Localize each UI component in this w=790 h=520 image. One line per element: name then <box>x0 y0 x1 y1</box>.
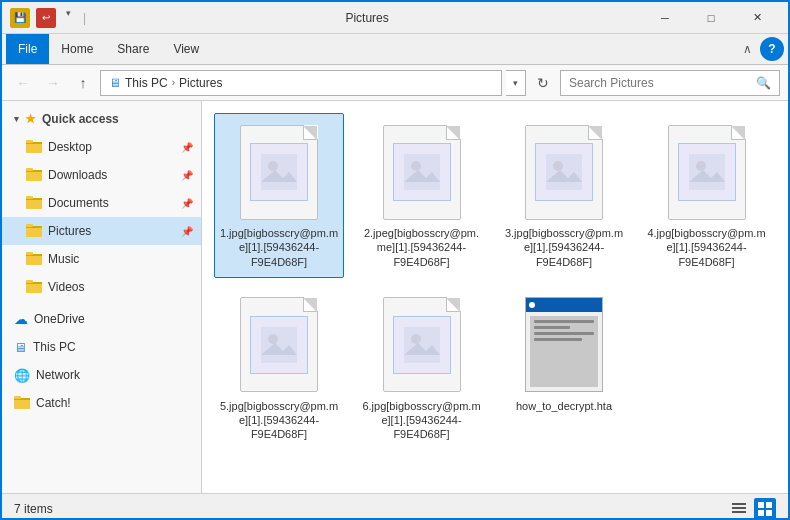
save-qat-icon[interactable]: 💾 <box>10 8 30 28</box>
file-page-icon <box>383 297 461 392</box>
file-item[interactable]: 5.jpg[bigbosscry@pm.me][1].[59436244-F9E… <box>214 286 344 451</box>
tab-share[interactable]: Share <box>105 34 161 64</box>
svg-point-22 <box>268 161 278 171</box>
file-item[interactable]: 4.jpg[bigbosscry@pm.me][1].[59436244-F9E… <box>642 113 772 278</box>
sidebar-item-quick-access[interactable]: ▾ ★ Quick access <box>2 105 201 133</box>
downloads-folder-icon <box>26 167 42 184</box>
file-item[interactable]: 1.jpg[bigbosscry@pm.me][1].[59436244-F9E… <box>214 113 344 278</box>
file-name: 3.jpg[bigbosscry@pm.me][1].[59436244-F9E… <box>504 226 624 269</box>
sidebar-item-documents[interactable]: Documents 📌 <box>2 189 201 217</box>
search-box[interactable]: 🔍 <box>560 70 780 96</box>
sidebar-item-desktop[interactable]: Desktop 📌 <box>2 133 201 161</box>
tab-home[interactable]: Home <box>49 34 105 64</box>
svg-point-37 <box>411 334 421 344</box>
dropdown-arrow[interactable]: ▾ <box>66 8 71 28</box>
sidebar-item-downloads[interactable]: Downloads 📌 <box>2 161 201 189</box>
forward-button[interactable]: → <box>40 70 66 96</box>
quick-access-label: Quick access <box>42 112 119 126</box>
music-folder-icon <box>26 251 42 268</box>
refresh-button[interactable]: ↻ <box>530 70 556 96</box>
back-button[interactable]: ← <box>10 70 36 96</box>
up-button[interactable]: ↑ <box>70 70 96 96</box>
svg-rect-2 <box>26 140 33 143</box>
file-name: 2.jpeg[bigbosscry@pm.me][1].[59436244-F9… <box>362 226 482 269</box>
main-layout: ▾ ★ Quick access Desktop 📌 Downloads 📌 D… <box>2 101 788 493</box>
this-pc-label: This PC <box>33 340 76 354</box>
onedrive-label: OneDrive <box>34 312 85 326</box>
file-page-icon <box>525 125 603 220</box>
svg-rect-44 <box>758 510 764 516</box>
sidebar-item-music[interactable]: Music <box>2 245 201 273</box>
svg-point-31 <box>696 161 706 171</box>
sidebar-item-videos[interactable]: Videos <box>2 273 201 301</box>
documents-pin-icon: 📌 <box>181 198 193 209</box>
file-item[interactable]: 6.jpg[bigbosscry@pm.me][1].[59436244-F9E… <box>357 286 487 451</box>
pictures-label: Pictures <box>48 224 91 238</box>
hta-title-dot <box>529 302 535 308</box>
svg-point-34 <box>268 334 278 344</box>
network-icon: 🌐 <box>14 368 30 383</box>
svg-rect-33 <box>261 327 297 363</box>
file-grid: 1.jpg[bigbosscry@pm.me][1].[59436244-F9E… <box>210 109 780 455</box>
file-item[interactable]: 3.jpg[bigbosscry@pm.me][1].[59436244-F9E… <box>499 113 629 278</box>
svg-rect-39 <box>732 503 746 505</box>
sidebar-item-catch[interactable]: Catch! <box>2 389 201 417</box>
file-page-icon <box>668 125 746 220</box>
desktop-pin-icon: 📌 <box>181 142 193 153</box>
undo-qat-icon[interactable]: ↩ <box>36 8 56 28</box>
pictures-pin-icon: 📌 <box>181 226 193 237</box>
onedrive-icon: ☁ <box>14 311 28 327</box>
address-bar: ← → ↑ 🖥 This PC › Pictures ▾ ↻ 🔍 <box>2 65 788 101</box>
help-button[interactable]: ? <box>760 37 784 61</box>
svg-point-28 <box>553 161 563 171</box>
minimize-button[interactable]: ─ <box>642 2 688 34</box>
file-name: 6.jpg[bigbosscry@pm.me][1].[59436244-F9E… <box>362 399 482 442</box>
close-button[interactable]: ✕ <box>734 2 780 34</box>
file-page-icon <box>240 297 318 392</box>
ribbon-tabs: File Home Share View ∧ ? <box>2 34 788 64</box>
sidebar-item-network[interactable]: 🌐 Network <box>2 361 201 389</box>
sidebar-item-onedrive[interactable]: ☁ OneDrive <box>2 305 201 333</box>
svg-rect-20 <box>14 396 21 399</box>
svg-rect-17 <box>26 280 33 283</box>
file-icon-container <box>234 295 324 395</box>
videos-folder-icon <box>26 279 42 296</box>
svg-point-25 <box>411 161 421 171</box>
image-thumbnail <box>678 143 736 201</box>
sidebar: ▾ ★ Quick access Desktop 📌 Downloads 📌 D… <box>2 101 202 493</box>
title-separator: | <box>83 11 86 25</box>
hta-line <box>534 320 594 323</box>
file-item-hta[interactable]: how_to_decrypt.hta <box>499 286 629 451</box>
downloads-pin-icon: 📌 <box>181 170 193 181</box>
tab-view[interactable]: View <box>161 34 211 64</box>
grid-view-button[interactable] <box>754 498 776 520</box>
svg-rect-24 <box>404 154 440 190</box>
file-icon-container <box>519 122 609 222</box>
file-area: 1.jpg[bigbosscry@pm.me][1].[59436244-F9E… <box>202 101 788 493</box>
file-icon-container <box>519 295 609 395</box>
address-dropdown-button[interactable]: ▾ <box>506 70 526 96</box>
list-view-button[interactable] <box>728 498 750 520</box>
file-name: 4.jpg[bigbosscry@pm.me][1].[59436244-F9E… <box>647 226 767 269</box>
videos-label: Videos <box>48 280 84 294</box>
image-thumbnail <box>250 316 308 374</box>
file-icon-container <box>377 295 467 395</box>
tab-file[interactable]: File <box>6 34 49 64</box>
svg-rect-30 <box>689 154 725 190</box>
sidebar-item-pictures[interactable]: Pictures 📌 <box>2 217 201 245</box>
image-thumbnail <box>393 143 451 201</box>
maximize-button[interactable]: □ <box>688 2 734 34</box>
file-icon-container <box>662 122 752 222</box>
ribbon-collapse-button[interactable]: ∧ <box>735 42 760 56</box>
sidebar-item-this-pc[interactable]: 🖥 This PC <box>2 333 201 361</box>
address-path[interactable]: 🖥 This PC › Pictures <box>100 70 502 96</box>
desktop-label: Desktop <box>48 140 92 154</box>
search-input[interactable] <box>569 76 752 90</box>
svg-rect-41 <box>732 511 746 513</box>
file-icon-container <box>377 122 467 222</box>
network-label: Network <box>36 368 80 382</box>
hta-line <box>534 326 570 329</box>
path-this-pc: This PC <box>125 76 168 90</box>
file-item[interactable]: 2.jpeg[bigbosscry@pm.me][1].[59436244-F9… <box>357 113 487 278</box>
status-bar: 7 items <box>2 493 788 520</box>
